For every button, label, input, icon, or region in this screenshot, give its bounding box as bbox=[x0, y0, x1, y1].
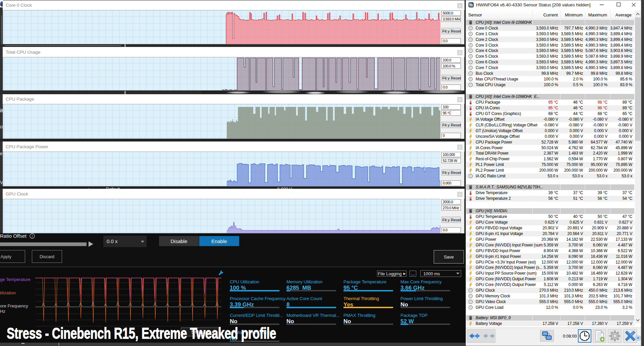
svg-text:i: i bbox=[32, 234, 33, 238]
